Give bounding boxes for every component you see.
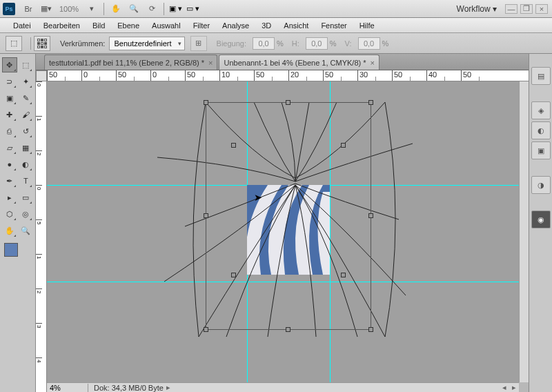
bend-input[interactable]: 0,0 [253, 37, 275, 50]
menu-bar: Datei Bearbeiten Bild Ebene Auswahl Filt… [0, 18, 552, 33]
toolbox: ✥⬚ ⊃✦ ▣✎ ✚🖌 ⎙↺ ▱▦ ●◐ ✒T ▸▭ ⬡◎ ✋🔍 [0, 54, 36, 392]
marquee-tool-icon[interactable]: ⬚ [19, 57, 34, 72]
ruler-vertical[interactable]: 012051234 [36, 81, 47, 392]
restore-button[interactable]: ❐ [520, 4, 533, 14]
hand-tool-icon[interactable]: ✋ [2, 223, 17, 238]
brush-tool-icon[interactable]: 🖌 [19, 107, 34, 122]
close-button[interactable]: × [535, 4, 548, 14]
warp-handle[interactable] [368, 213, 373, 218]
warp-handle[interactable] [286, 100, 290, 105]
warp-handle[interactable] [204, 213, 208, 218]
screen-mode-icon[interactable]: ▭ ▾ [186, 4, 199, 13]
scroll-left-icon[interactable]: ◂ [500, 383, 509, 392]
scrollbar-vertical[interactable] [519, 81, 529, 382]
warp-handle[interactable] [341, 273, 346, 277]
warp-label: Verkrümmen: [60, 39, 105, 48]
lasso-tool-icon[interactable]: ⊃ [2, 74, 17, 89]
canvas-area[interactable]: 500500501050205030504050 012051234 [36, 70, 529, 392]
minimize-button[interactable]: — [505, 4, 518, 14]
pen-tool-icon[interactable]: ✒ [2, 173, 17, 188]
warp-handle[interactable] [231, 273, 236, 277]
3d-tool-icon[interactable]: ⬡ [2, 206, 17, 222]
stamp-tool-icon[interactable]: ⎙ [2, 124, 17, 139]
warp-handle[interactable] [231, 143, 236, 148]
blur-tool-icon[interactable]: ● [2, 157, 17, 172]
eyedropper-tool-icon[interactable]: ✎ [19, 90, 34, 106]
tab-doc-2[interactable]: Unbenannt-1 bei 4% (Ebene 1, CMYK/8) *× [219, 55, 379, 70]
warp-handle[interactable] [368, 100, 373, 105]
eraser-tool-icon[interactable]: ▱ [2, 140, 17, 155]
menu-auswahl[interactable]: Auswahl [146, 21, 187, 30]
warp-handle[interactable] [341, 143, 346, 148]
panel-paths-icon[interactable]: ▣ [531, 141, 551, 159]
v-pct: % [382, 39, 389, 48]
wand-tool-icon[interactable]: ✦ [19, 74, 34, 89]
warp-bounding-box[interactable] [206, 102, 371, 330]
v-label: V: [345, 39, 352, 48]
bend-pct: % [277, 39, 284, 48]
dodge-tool-icon[interactable]: ◐ [19, 157, 34, 172]
panel-channels-icon[interactable]: ◐ [531, 121, 551, 139]
h-label: H: [292, 39, 299, 48]
tab-doc-1[interactable]: testtutorial1.pdf bei 11,1% (Ebene 2, RG… [44, 55, 217, 70]
panel-history-icon[interactable]: ▤ [531, 67, 551, 85]
v-input[interactable]: 0,0 [358, 37, 380, 50]
panel-camera-icon[interactable]: ◉ [531, 210, 551, 228]
app-logo-icon: Ps [3, 3, 15, 15]
move-tool-icon[interactable]: ✥ [2, 57, 17, 72]
menu-ansicht[interactable]: Ansicht [277, 21, 315, 30]
warp-tool-icon[interactable]: ⬚ [6, 36, 22, 51]
info-arrow-icon[interactable]: ▸ [164, 383, 173, 392]
3d-camera-icon[interactable]: ◎ [19, 206, 34, 222]
menu-hilfe[interactable]: Hilfe [353, 21, 381, 30]
menu-filter[interactable]: Filter [187, 21, 216, 30]
panel-adjustments-icon[interactable]: ◑ [531, 176, 551, 194]
path-select-icon[interactable]: ▸ [2, 190, 17, 205]
ruler-origin[interactable] [36, 70, 47, 81]
canvas[interactable]: ➤ [47, 81, 519, 382]
ruler-horizontal[interactable]: 500500501050205030504050 [47, 70, 529, 81]
bridge-icon[interactable]: Br [21, 2, 36, 16]
warp-handle[interactable] [286, 327, 290, 332]
zoom-dropdown-icon[interactable]: ▾ [84, 2, 99, 16]
h-input[interactable]: 0,0 [306, 37, 328, 50]
close-icon[interactable]: × [208, 59, 213, 67]
crop-tool-icon[interactable]: ▣ [2, 90, 17, 106]
zoom-tool-icon[interactable]: 🔍 [19, 223, 34, 238]
healing-tool-icon[interactable]: ✚ [2, 107, 17, 122]
shape-tool-icon[interactable]: ▭ [19, 190, 34, 205]
menu-fenster[interactable]: Fenster [315, 21, 353, 30]
menu-bearbeiten[interactable]: Bearbeiten [37, 21, 86, 30]
hand-tool-icon[interactable]: ✋ [108, 2, 124, 16]
warp-preset-select[interactable]: Benutzerdefiniert [109, 37, 184, 50]
warp-grid-icon [34, 36, 50, 51]
menu-ebene[interactable]: Ebene [111, 21, 146, 30]
doc-info[interactable]: Dok: 34,3 MB/0 Byte [88, 384, 164, 392]
workspace-selector[interactable]: Workflow ▾ [457, 4, 497, 14]
zoom-level[interactable]: 100% [59, 5, 79, 13]
options-bar: ⬚ Verkrümmen: Benutzerdefiniert ⊞ Biegun… [0, 33, 552, 54]
document-tabs: testtutorial1.pdf bei 11,1% (Ebene 2, RG… [36, 54, 529, 70]
type-tool-icon[interactable]: T [19, 173, 34, 188]
menu-3d[interactable]: 3D [255, 21, 277, 30]
zoom-status[interactable]: 4% [47, 384, 88, 392]
menu-bild[interactable]: Bild [86, 21, 111, 30]
warp-handle[interactable] [368, 327, 373, 332]
menu-analyse[interactable]: Analyse [216, 21, 255, 30]
panel-layers-icon[interactable]: ◈ [531, 101, 551, 119]
scroll-right-icon[interactable]: ▸ [509, 383, 519, 392]
film-strip-icon[interactable]: ▦▾ [39, 2, 54, 16]
foreground-color[interactable] [4, 243, 18, 257]
warp-handle[interactable] [204, 327, 208, 332]
panel-dock: ▤ ◈ ◐ ▣ ◑ ◉ [529, 54, 552, 392]
close-icon[interactable]: × [371, 59, 375, 67]
title-bar: Ps Br ▦▾ 100% ▾ ✋ 🔍 ⟳ ▣ ▾ ▭ ▾ Workflow ▾… [0, 0, 552, 18]
zoom-tool-icon[interactable]: 🔍 [126, 2, 141, 16]
h-pct: % [330, 39, 337, 48]
rotate-view-icon[interactable]: ⟳ [144, 2, 159, 16]
arrange-docs-icon[interactable]: ▣ ▾ [169, 4, 182, 13]
warp-handle[interactable] [204, 100, 208, 105]
gradient-tool-icon[interactable]: ▦ [19, 140, 34, 155]
menu-datei[interactable]: Datei [7, 21, 37, 30]
history-brush-icon[interactable]: ↺ [19, 124, 34, 139]
